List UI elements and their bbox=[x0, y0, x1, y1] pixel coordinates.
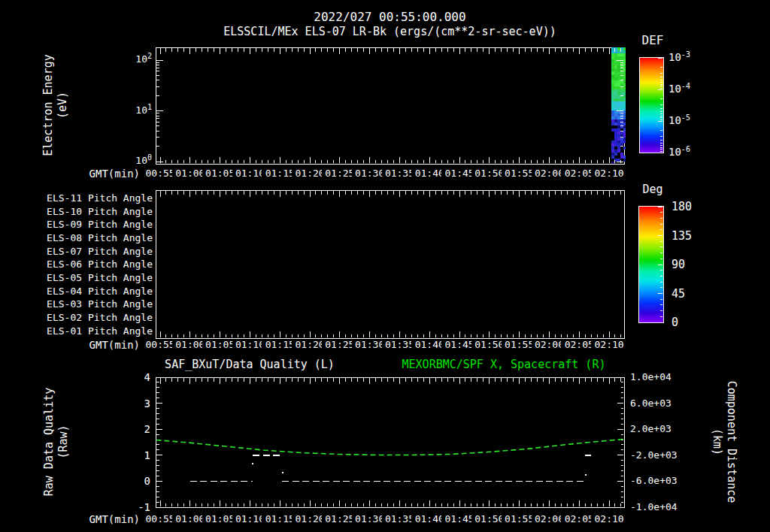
plot-canvas bbox=[0, 0, 770, 532]
data-quality-trace bbox=[190, 455, 591, 482]
colorbar-ticks bbox=[658, 58, 662, 322]
spacecraft-x-curve bbox=[156, 440, 623, 455]
plot-page: 2022/027 00:55:00.000 ELSSCIL/MEx ELS-07… bbox=[0, 0, 770, 532]
spectrogram-strip bbox=[611, 47, 626, 164]
minute-ticks bbox=[160, 48, 621, 506]
energy-log-ticks bbox=[156, 60, 623, 162]
panel-borders bbox=[156, 47, 624, 507]
quality-value-ticks bbox=[156, 377, 623, 507]
